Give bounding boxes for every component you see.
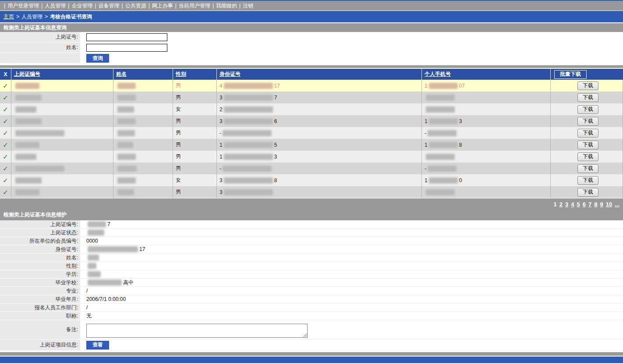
- table-row[interactable]: ✓女3810下载: [0, 174, 623, 186]
- detail-value-text: 无: [86, 312, 92, 320]
- redacted-text: [88, 230, 104, 236]
- select-cell[interactable]: ✓: [0, 186, 11, 198]
- page-link[interactable]: 4: [571, 201, 574, 208]
- check-icon[interactable]: ✓: [3, 153, 8, 161]
- select-cell[interactable]: ✓: [0, 92, 11, 103]
- page-link[interactable]: 3: [565, 201, 568, 208]
- select-cell[interactable]: ✓: [0, 151, 11, 163]
- table-row[interactable]: ✓男1518下载: [0, 139, 623, 151]
- page-link[interactable]: 8: [594, 201, 597, 208]
- page-link[interactable]: 2: [559, 201, 563, 208]
- detail-value-text: 高中: [123, 279, 134, 286]
- gender-cell: 男: [173, 92, 217, 103]
- check-icon[interactable]: ✓: [3, 177, 8, 184]
- top-menu-bar: |用户登录管理|人员管理|企业管理|设备管理|公共资源|网上办事|当前用户管理|…: [0, 1, 623, 11]
- breadcrumb-home-link[interactable]: 主页: [4, 13, 14, 21]
- page-link[interactable]: ...: [615, 201, 619, 208]
- table-row[interactable]: ✓男37下载: [0, 92, 623, 103]
- column-header-phone[interactable]: 个人手机号: [422, 69, 551, 80]
- page-link[interactable]: 7: [588, 201, 591, 208]
- page-link[interactable]: 10: [606, 201, 612, 208]
- download-button[interactable]: 下载: [577, 141, 598, 149]
- table-row[interactable]: ✓男13下载: [0, 151, 623, 163]
- menu-item[interactable]: 网上办事: [152, 2, 173, 10]
- cert-cell: [11, 151, 113, 163]
- download-button[interactable]: 下载: [577, 164, 598, 173]
- select-cell[interactable]: ✓: [0, 139, 11, 151]
- name-cell: [113, 92, 173, 103]
- id-cell: 38: [217, 174, 422, 186]
- download-button[interactable]: 下载: [577, 93, 598, 102]
- menu-separator: |: [212, 3, 214, 9]
- clear-selection-header[interactable]: X: [0, 69, 11, 80]
- check-icon[interactable]: ✓: [3, 188, 8, 196]
- check-icon[interactable]: ✓: [3, 82, 8, 90]
- check-icon[interactable]: ✓: [3, 117, 8, 125]
- menu-item[interactable]: 注销: [243, 2, 253, 10]
- redacted-text: [117, 189, 134, 195]
- table-row[interactable]: ✓女2下载: [0, 103, 623, 115]
- menu-item[interactable]: 我能做的: [216, 2, 237, 10]
- download-button[interactable]: 下载: [577, 152, 598, 161]
- select-cell[interactable]: ✓: [0, 127, 11, 139]
- phone-cell: -: [422, 163, 551, 174]
- detail-label: 上岗证编号:: [0, 220, 80, 229]
- check-icon[interactable]: ✓: [3, 165, 8, 173]
- download-button[interactable]: 下载: [577, 129, 598, 138]
- column-header-name[interactable]: 姓名: [113, 69, 173, 80]
- menu-item[interactable]: 公共资源: [125, 2, 146, 10]
- redacted-text: [15, 83, 39, 89]
- name-cell: [113, 186, 173, 198]
- menu-item[interactable]: 企业管理: [71, 2, 92, 10]
- select-cell[interactable]: ✓: [0, 103, 11, 115]
- menu-separator: |: [239, 3, 241, 9]
- search-cert-input[interactable]: [86, 33, 167, 41]
- query-button[interactable]: 查询: [86, 54, 109, 63]
- check-icon[interactable]: ✓: [3, 129, 8, 137]
- view-button[interactable]: 查看: [86, 341, 109, 350]
- redacted-text: [426, 106, 455, 113]
- check-icon[interactable]: ✓: [3, 106, 8, 113]
- page-link[interactable]: 9: [600, 201, 603, 208]
- column-header-id[interactable]: 身份证号: [217, 69, 422, 80]
- column-header-gender[interactable]: 性别: [173, 69, 217, 80]
- menu-item[interactable]: 设备管理: [99, 2, 120, 10]
- phone-cell: [422, 103, 551, 115]
- download-button[interactable]: 下载: [577, 81, 598, 90]
- check-icon[interactable]: ✓: [3, 141, 8, 149]
- remark-textarea[interactable]: [86, 324, 308, 338]
- redacted-text: [117, 95, 136, 101]
- select-cell[interactable]: ✓: [0, 115, 11, 127]
- table-row[interactable]: ✓男417107下载: [0, 80, 623, 92]
- page-link[interactable]: 6: [583, 201, 586, 208]
- download-button[interactable]: 下载: [577, 188, 598, 197]
- redacted-text: [15, 154, 36, 160]
- page-link[interactable]: 5: [577, 201, 580, 208]
- select-cell[interactable]: ✓: [0, 80, 11, 92]
- redacted-text: [15, 177, 42, 184]
- table-row[interactable]: ✓男3下载: [0, 186, 623, 198]
- check-icon[interactable]: ✓: [3, 94, 8, 102]
- column-header-cert[interactable]: 上岗证编号: [11, 69, 113, 80]
- menu-item[interactable]: 人员管理: [45, 2, 66, 10]
- select-cell[interactable]: ✓: [0, 163, 11, 174]
- download-button[interactable]: 下载: [577, 176, 598, 185]
- table-row[interactable]: ✓男3613下载: [0, 115, 623, 127]
- breadcrumb: 主页 > 人员管理 > 考核合格证书查询: [0, 11, 623, 22]
- detail-value: 17: [80, 245, 623, 254]
- action-cell: 下载: [551, 151, 623, 163]
- select-cell[interactable]: ✓: [0, 174, 11, 186]
- id-cell: 37: [217, 92, 422, 103]
- batch-download-button[interactable]: 批量下载: [554, 70, 587, 79]
- search-name-input[interactable]: [86, 44, 167, 52]
- table-row[interactable]: ✓男--下载: [0, 163, 623, 174]
- cert-cell: [11, 139, 113, 151]
- download-button[interactable]: 下载: [577, 105, 598, 114]
- action-cell: 下载: [551, 186, 623, 198]
- menu-item[interactable]: 当前用户管理: [179, 2, 210, 10]
- redacted-text: [428, 130, 457, 136]
- table-row[interactable]: ✓男--下载: [0, 127, 623, 139]
- redacted-text: [117, 130, 135, 136]
- download-button[interactable]: 下载: [577, 117, 598, 126]
- menu-item[interactable]: 用户登录管理: [7, 2, 39, 10]
